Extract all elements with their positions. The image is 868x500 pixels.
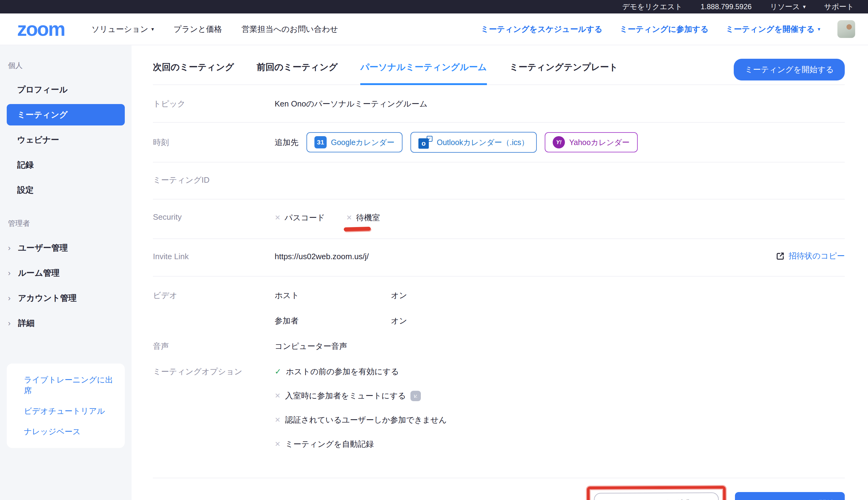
- start-meeting-button-top[interactable]: ミーティングを開始する: [734, 59, 845, 80]
- attend-live-training-link[interactable]: ライブトレーニングに出席: [24, 375, 119, 396]
- main-nav: ソリューション ▾ プランと価格 営業担当へのお問い合わせ: [91, 24, 338, 35]
- knowledge-base-link[interactable]: ナレッジベース: [24, 426, 119, 437]
- sidebar-item-profile[interactable]: プロフィール: [0, 79, 131, 100]
- v-badge-icon: v.: [410, 391, 421, 401]
- outlook-calendar-label: Outlookカレンダー（.ics）: [437, 137, 529, 147]
- utility-topbar: デモをリクエスト 1.888.799.5926 リソース ▾ サポート: [0, 0, 868, 13]
- chevron-down-icon: ▾: [151, 26, 154, 32]
- audio-value: コンピューター音声: [275, 341, 391, 352]
- sidebar-item-user-management[interactable]: › ユーザー管理: [0, 237, 131, 259]
- outlook-o-icon: o: [418, 138, 429, 149]
- yahoo-calendar-button[interactable]: Y! Yahooカレンダー: [545, 132, 638, 152]
- help-card: ライブトレーニングに出席 ビデオチュートリアル ナレッジベース: [7, 364, 125, 448]
- yahoo-calendar-label: Yahooカレンダー: [569, 137, 630, 147]
- schedule-meeting-link[interactable]: ミーティングをスケジュールする: [481, 24, 603, 35]
- sidebar-item-recordings[interactable]: 記録: [0, 154, 131, 175]
- security-row: Security ✕ パスコード ✕ 待機室: [153, 200, 845, 239]
- cross-icon: ✕: [275, 416, 280, 424]
- waiting-room-label: 待機室: [356, 212, 380, 223]
- join-meeting-label: ミーティングに参加する: [620, 24, 709, 35]
- nav-solutions-label: ソリューション: [91, 24, 148, 35]
- tab-meeting-templates[interactable]: ミーティングテンプレート: [510, 61, 618, 84]
- tab-previous-meetings[interactable]: 前回のミーティング: [257, 61, 338, 84]
- option-auto-record: ✕ ミーティングを自動記録: [275, 439, 447, 450]
- yahoo-calendar-icon: Y!: [553, 136, 565, 148]
- nav-contact-sales[interactable]: 営業担当へのお問い合わせ: [242, 24, 338, 35]
- google-calendar-label: Googleカレンダー: [331, 137, 395, 147]
- time-row: 時刻 追加先 31 Googleカレンダー ✓ o Outlookカレンダー（.…: [153, 123, 845, 162]
- option-join-before-host: ✓ ホストの前の参加を有効にする: [275, 366, 447, 377]
- sidebar-item-advanced[interactable]: › 詳細: [0, 312, 131, 334]
- host-label: ホスト: [275, 290, 391, 301]
- sidebar-item-account-management[interactable]: › アカウント管理: [0, 287, 131, 309]
- nav-solutions[interactable]: ソリューション ▾: [91, 24, 154, 35]
- cross-icon: ✕: [346, 214, 352, 222]
- room-management-label: ルーム管理: [18, 268, 60, 279]
- sidebar-item-webinars[interactable]: ウェビナー: [0, 129, 131, 150]
- sidebar-item-room-management[interactable]: › ルーム管理: [0, 262, 131, 284]
- copy-share-icon: [776, 251, 785, 261]
- video-label-spacer: [153, 316, 275, 326]
- cross-icon: ✕: [275, 214, 280, 222]
- main-header: zoom ソリューション ▾ プランと価格 営業担当へのお問い合わせ ミーティン…: [0, 13, 868, 45]
- sidebar-section-admin: 管理者: [0, 218, 131, 228]
- video-participant-row: 参加者 オン: [153, 316, 845, 326]
- nav-plans-label: プランと価格: [173, 24, 222, 35]
- video-label: ビデオ: [153, 290, 275, 301]
- meeting-options-list: ✓ ホストの前の参加を有効にする ✕ 入室時に参加者をミュートにする v. ✕ …: [275, 366, 447, 463]
- security-label: Security: [153, 212, 275, 223]
- meeting-id-row: ミーティングID: [153, 162, 845, 200]
- nav-contact-label: 営業担当へのお問い合わせ: [242, 24, 338, 35]
- sidebar-item-settings[interactable]: 設定: [0, 179, 131, 201]
- support-link[interactable]: サポート: [824, 2, 854, 12]
- outlook-calendar-button[interactable]: ✓ o Outlookカレンダー（.ics）: [410, 132, 537, 153]
- passcode-label: パスコード: [285, 212, 325, 223]
- annotation-red-underline: [344, 227, 371, 231]
- chevron-right-icon: ›: [8, 243, 11, 253]
- sidebar-item-meetings[interactable]: ミーティング: [7, 104, 125, 125]
- passcode-status: ✕ パスコード: [275, 212, 325, 223]
- participant-label: 参加者: [275, 316, 391, 326]
- topic-row: トピック Ken Onoのパーソナルミーティングルーム: [153, 85, 845, 123]
- chevron-down-icon: ▾: [803, 3, 806, 10]
- support-label: サポート: [824, 2, 854, 12]
- annotation-red-frame: このミーティングを編集する: [587, 486, 726, 500]
- video-host-row: ビデオ ホスト オン: [153, 290, 845, 301]
- tab-personal-meeting-room[interactable]: パーソナルミーティングルーム: [360, 61, 487, 85]
- join-meeting-link[interactable]: ミーティングに参加する: [620, 24, 709, 35]
- schedule-meeting-label: ミーティングをスケジュールする: [481, 24, 603, 35]
- participant-video-value: オン: [391, 316, 407, 326]
- sidebar-section-personal: 個人: [0, 60, 131, 70]
- request-demo-label: デモをリクエスト: [622, 2, 682, 12]
- nav-plans-pricing[interactable]: プランと価格: [173, 24, 222, 35]
- page-body: 個人 プロフィール ミーティング ウェビナー 記録 設定 管理者 › ユーザー管…: [0, 45, 868, 500]
- invite-link-label: Invite Link: [153, 252, 275, 261]
- phone-link[interactable]: 1.888.799.5926: [701, 2, 752, 11]
- host-meeting-menu[interactable]: ミーティングを開催する ▾: [726, 24, 820, 35]
- topic-label: トピック: [153, 99, 275, 109]
- meeting-options-row: ミーティングオプション ✓ ホストの前の参加を有効にする ✕ 入室時に参加者をミ…: [153, 366, 845, 463]
- zoom-logo[interactable]: zoom: [17, 18, 65, 41]
- option-auto-record-label: ミーティングを自動記録: [285, 439, 374, 450]
- footer-actions: このミーティングを編集する このミーティングを開始: [153, 478, 845, 500]
- copy-invitation-link[interactable]: 招待状のコピー: [776, 251, 845, 261]
- google-calendar-button[interactable]: 31 Googleカレンダー: [306, 132, 403, 152]
- resources-menu[interactable]: リソース ▾: [770, 2, 806, 12]
- chevron-right-icon: ›: [8, 294, 11, 303]
- user-management-label: ユーザー管理: [18, 242, 68, 253]
- edit-meeting-button[interactable]: このミーティングを編集する: [594, 492, 719, 500]
- check-icon: ✓: [275, 367, 281, 376]
- start-this-meeting-button[interactable]: このミーティングを開始: [735, 492, 845, 500]
- option-authenticated-users: ✕ 認証されているユーザーしか参加できません: [275, 414, 447, 425]
- waiting-room-status: ✕ 待機室: [346, 212, 380, 223]
- option-mute-on-entry: ✕ 入室時に参加者をミュートにする v.: [275, 390, 447, 401]
- avatar[interactable]: [837, 20, 855, 38]
- tab-upcoming-meetings[interactable]: 次回のミーティング: [153, 61, 234, 84]
- video-tutorials-link[interactable]: ビデオチュートリアル: [24, 406, 119, 417]
- header-actions: ミーティングをスケジュールする ミーティングに参加する ミーティングを開催する …: [481, 20, 855, 38]
- sidebar: 個人 プロフィール ミーティング ウェビナー 記録 設定 管理者 › ユーザー管…: [0, 45, 131, 500]
- request-demo-link[interactable]: デモをリクエスト: [622, 2, 682, 12]
- option-authenticated-users-label: 認証されているユーザーしか参加できません: [285, 414, 447, 425]
- account-management-label: アカウント管理: [18, 293, 77, 304]
- advanced-label: 詳細: [18, 318, 35, 329]
